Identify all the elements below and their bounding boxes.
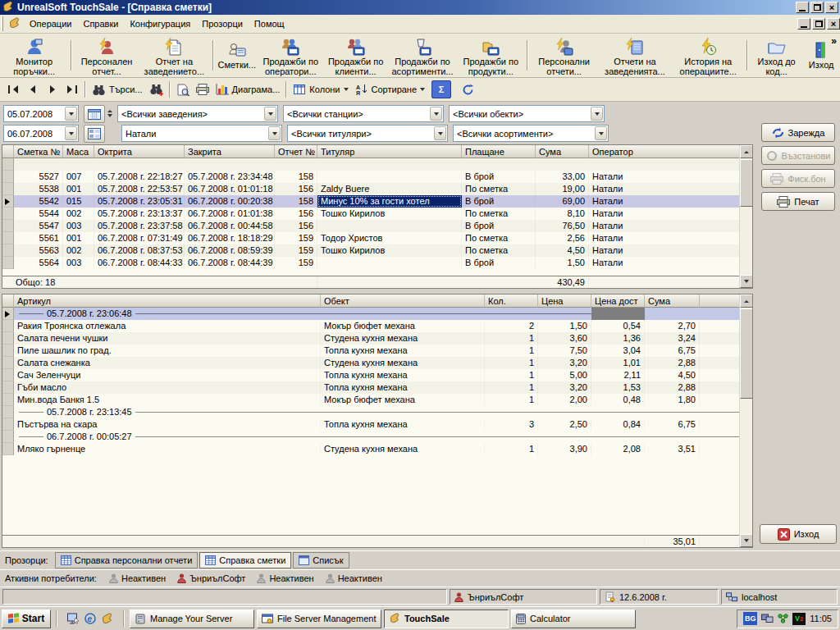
- row-selector[interactable]: [2, 232, 14, 244]
- cell[interactable]: 19,00: [536, 183, 589, 195]
- cell[interactable]: Топла кухня механа: [321, 345, 485, 357]
- user-item-active[interactable]: ЪнриълСофт: [171, 573, 251, 583]
- bill-row[interactable]: 5547 003 05.7.2008 г. 23:37:58 06.7.2008…: [2, 220, 752, 232]
- scroll-down-button[interactable]: [740, 275, 753, 288]
- cell[interactable]: 06.7.2008 г. 08:37:53: [94, 244, 185, 257]
- cell[interactable]: 2,88: [645, 381, 700, 394]
- cell[interactable]: Гъби масло: [14, 381, 321, 394]
- row-selector[interactable]: [2, 183, 14, 195]
- item-row[interactable]: Пиле шашлик по град. Топла кухня механа …: [2, 345, 752, 357]
- cell[interactable]: 06.7.2008 г. 00:44:58: [185, 220, 275, 232]
- cell[interactable]: Тошко Кирилов: [317, 244, 462, 257]
- cell[interactable]: Салата печени чушки: [14, 332, 321, 345]
- cell[interactable]: В брой: [462, 257, 536, 269]
- bill-row[interactable]: 5538 001 05.7.2008 г. 22:53:57 06.7.2008…: [2, 183, 752, 195]
- dropdown-arrow[interactable]: [264, 107, 276, 121]
- cell[interactable]: Тодор Христов: [317, 232, 462, 244]
- row-selector[interactable]: [2, 406, 14, 418]
- tab-list[interactable]: Списък: [293, 552, 349, 568]
- cell[interactable]: По сметка: [462, 232, 536, 244]
- item-group-row[interactable]: 06.7.2008 г. 00:05:27: [2, 431, 752, 443]
- cell[interactable]: В брой: [462, 171, 536, 183]
- cell[interactable]: Натали: [589, 195, 752, 208]
- cell[interactable]: 5538: [14, 183, 63, 195]
- internet-explorer-icon[interactable]: e: [84, 613, 96, 624]
- cell[interactable]: 3,20: [538, 381, 591, 394]
- next-record-button[interactable]: [43, 80, 62, 98]
- child-close-button[interactable]: ×: [827, 18, 840, 30]
- cell[interactable]: 06.7.2008 г. 18:18:29: [185, 232, 275, 244]
- cell[interactable]: 4,50: [536, 244, 589, 257]
- cell[interactable]: Натали: [589, 257, 752, 269]
- dropdown-arrow[interactable]: [65, 107, 77, 121]
- cell[interactable]: 8,10: [536, 208, 589, 220]
- cell[interactable]: 5563: [14, 244, 63, 257]
- cell[interactable]: 2,56: [536, 232, 589, 244]
- cell[interactable]: 001: [63, 232, 94, 244]
- restore-button[interactable]: [810, 2, 824, 13]
- dropdown-arrow[interactable]: [434, 126, 446, 140]
- cell[interactable]: Сач Зеленчуци: [14, 369, 321, 381]
- bill-row[interactable]: 5527 007 05.7.2008 г. 22:18:27 05.7.2008…: [2, 171, 752, 183]
- item-row[interactable]: Мляко гърненце Студена кухня механа 1 3,…: [2, 443, 752, 455]
- cell[interactable]: Натали: [589, 232, 752, 244]
- cell[interactable]: 001: [63, 183, 94, 195]
- last-record-button[interactable]: [62, 80, 82, 98]
- load-button[interactable]: Зарежда: [761, 123, 835, 142]
- cell[interactable]: 3,90: [538, 443, 591, 455]
- cell[interactable]: Мляко гърненце: [14, 443, 321, 455]
- header-price[interactable]: Цена: [538, 294, 591, 308]
- scrollbar-thumb[interactable]: [740, 308, 753, 399]
- cell[interactable]: 05.7.2008 г. 22:53:57: [94, 183, 185, 195]
- menu-configuration[interactable]: Конфигурация: [124, 16, 196, 31]
- cell[interactable]: 1,36: [591, 332, 645, 345]
- row-selector[interactable]: [2, 418, 14, 431]
- cell[interactable]: 5547: [14, 220, 63, 232]
- cell[interactable]: 05.7.2008 г. 23:13:37: [94, 208, 185, 220]
- cell[interactable]: Салата снежанка: [14, 357, 321, 369]
- cell[interactable]: 156: [275, 208, 317, 220]
- cell[interactable]: 76,50: [536, 220, 589, 232]
- cell[interactable]: 1: [485, 345, 538, 357]
- cell[interactable]: По сметка: [462, 244, 536, 257]
- item-row[interactable]: Мин.вода Банкя 1.5 Мокър бюфет механа 1 …: [2, 394, 752, 406]
- row-selector[interactable]: [2, 158, 14, 171]
- cell[interactable]: Топла кухня механа: [321, 381, 485, 394]
- menu-help[interactable]: Помощ: [249, 16, 290, 31]
- cell[interactable]: В брой: [462, 220, 536, 232]
- cell[interactable]: 2,00: [538, 394, 591, 406]
- cell[interactable]: Мокър бюфет механа: [321, 320, 485, 332]
- antivirus-icon[interactable]: V2: [792, 613, 806, 625]
- clock[interactable]: 11:05: [810, 614, 832, 623]
- cell[interactable]: 06.7.2008 г. 07:31:49: [94, 232, 185, 244]
- cell[interactable]: Натали: [589, 171, 752, 183]
- language-indicator[interactable]: BG: [743, 612, 757, 625]
- group-label[interactable]: 06.7.2008 г. 00:05:27: [14, 431, 752, 443]
- exit-to-code-button[interactable]: Изход до код...: [751, 34, 802, 77]
- cell[interactable]: 158: [275, 195, 317, 208]
- header-sum[interactable]: Сума: [536, 145, 589, 158]
- dropdown-arrow[interactable]: [268, 126, 281, 140]
- cell[interactable]: 1,50: [536, 257, 589, 269]
- form-view-button[interactable]: [84, 125, 105, 143]
- bills-scrollbar[interactable]: [739, 145, 752, 288]
- bill-row[interactable]: 5561 001 06.7.2008 г. 07:31:49 06.7.2008…: [2, 232, 752, 244]
- cell[interactable]: Топла кухня механа: [321, 418, 485, 431]
- touchsale-icon[interactable]: [101, 613, 113, 625]
- cell[interactable]: 159: [275, 232, 317, 244]
- operations-history-button[interactable]: История на операциите...: [673, 34, 744, 77]
- date-spinner[interactable]: [107, 110, 112, 117]
- cell[interactable]: Тошко Кирилов: [317, 208, 462, 220]
- cell[interactable]: Топла кухня механа: [321, 369, 485, 381]
- cell[interactable]: Студена кухня механа: [321, 443, 485, 455]
- cell[interactable]: 1,53: [591, 381, 645, 394]
- add-search-button[interactable]: [146, 80, 167, 98]
- orders-monitor-button[interactable]: Монитор поръчки...: [0, 34, 68, 77]
- item-row[interactable]: Салата печени чушки Студена кухня механа…: [2, 332, 752, 345]
- cell[interactable]: 0,54: [591, 320, 645, 332]
- cell[interactable]: 1: [485, 443, 538, 455]
- cell[interactable]: 1,01: [591, 357, 645, 369]
- cell[interactable]: 1: [485, 369, 538, 381]
- child-restore-button[interactable]: [812, 18, 825, 30]
- header-object[interactable]: Обект: [321, 294, 485, 308]
